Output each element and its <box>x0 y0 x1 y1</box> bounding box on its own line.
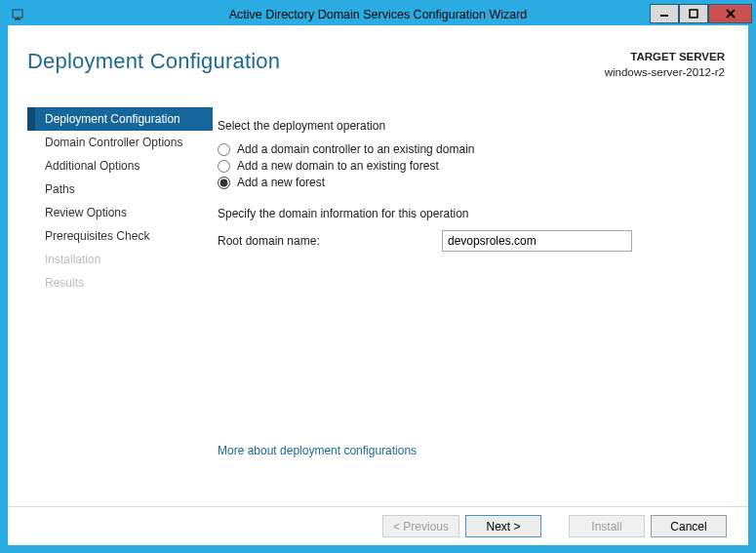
radio-input-existing-domain[interactable] <box>218 143 230 156</box>
close-button[interactable] <box>708 4 752 23</box>
steps-list: Deployment Configuration Domain Controll… <box>27 107 213 295</box>
step-results: Results <box>27 271 213 295</box>
radio-add-controller-existing-domain[interactable]: Add a domain controller to an existing d… <box>218 142 725 156</box>
step-installation: Installation <box>27 248 213 271</box>
root-domain-name-input[interactable] <box>442 230 632 252</box>
root-domain-name-label: Root domain name: <box>218 234 422 248</box>
more-about-link[interactable]: More about deployment configurations <box>218 444 417 457</box>
svg-rect-0 <box>13 10 22 18</box>
step-review-options[interactable]: Review Options <box>27 201 213 224</box>
window-title: Active Directory Domain Services Configu… <box>229 8 528 21</box>
cancel-button[interactable]: Cancel <box>651 515 727 537</box>
app-icon <box>10 6 27 23</box>
maximize-button[interactable] <box>679 4 708 23</box>
step-deployment-configuration[interactable]: Deployment Configuration <box>27 107 213 131</box>
step-domain-controller-options[interactable]: Domain Controller Options <box>27 131 213 154</box>
specify-domain-label: Specify the domain information for this … <box>218 207 725 220</box>
svg-rect-4 <box>690 10 697 18</box>
select-deployment-label: Select the deployment operation <box>218 119 725 133</box>
step-prerequisites-check[interactable]: Prerequisites Check <box>27 224 213 248</box>
target-server-label: TARGET SERVER <box>605 49 725 64</box>
radio-label: Add a new forest <box>237 176 325 189</box>
minimize-button[interactable] <box>650 4 679 23</box>
target-server-info: TARGET SERVER windows-server-2012-r2 <box>605 49 725 80</box>
step-paths[interactable]: Paths <box>27 178 213 201</box>
radio-label: Add a new domain to an existing forest <box>237 159 439 173</box>
step-additional-options[interactable]: Additional Options <box>27 154 213 178</box>
radio-label: Add a domain controller to an existing d… <box>237 142 474 156</box>
radio-add-domain-existing-forest[interactable]: Add a new domain to an existing forest <box>218 159 725 173</box>
next-button[interactable]: Next > <box>465 515 541 537</box>
svg-rect-2 <box>17 18 19 20</box>
previous-button[interactable]: < Previous <box>382 515 459 537</box>
install-button[interactable]: Install <box>569 515 645 537</box>
target-server-name: windows-server-2012-r2 <box>605 64 725 80</box>
radio-add-new-forest[interactable]: Add a new forest <box>218 176 725 189</box>
radio-input-existing-forest[interactable] <box>218 160 230 173</box>
radio-input-new-forest[interactable] <box>218 177 230 189</box>
